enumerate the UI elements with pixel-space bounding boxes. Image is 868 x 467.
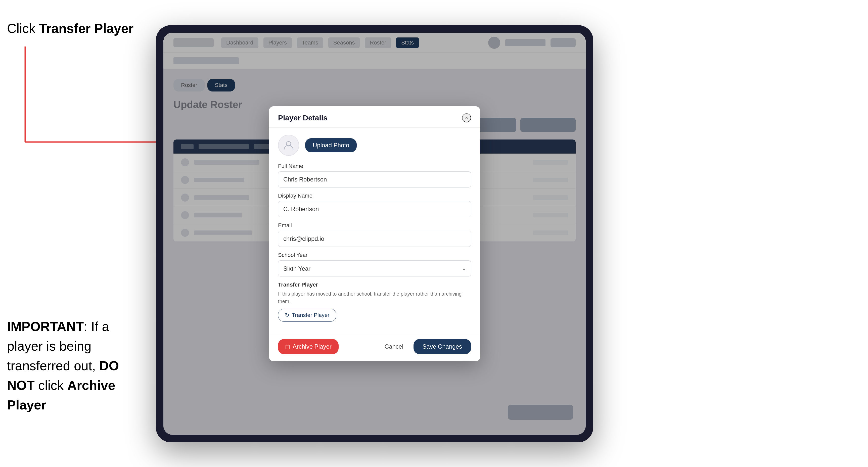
archive-icon: ◻ (285, 343, 290, 350)
upload-area: Upload Photo (278, 135, 471, 156)
avatar-placeholder (278, 135, 299, 156)
modal-header: Player Details × (269, 106, 480, 128)
display-name-input[interactable] (278, 201, 471, 217)
modal-body: Upload Photo Full Name Display Name Emai… (269, 128, 480, 334)
display-name-group: Display Name (278, 192, 471, 217)
email-label: Email (278, 222, 471, 229)
upload-photo-button[interactable]: Upload Photo (305, 138, 357, 152)
modal-close-button[interactable]: × (462, 113, 471, 122)
instruction-top-text: Click (7, 21, 39, 36)
school-year-select[interactable]: First Year Second Year Third Year Fourth… (278, 260, 471, 277)
footer-right: Cancel Save Changes (379, 339, 471, 354)
user-icon (283, 140, 294, 151)
bottom-text2: click (35, 378, 67, 393)
school-year-label: School Year (278, 252, 471, 258)
transfer-btn-label: Transfer Player (292, 312, 330, 318)
cancel-button[interactable]: Cancel (379, 339, 408, 354)
instruction-top: Click Transfer Player (7, 20, 133, 37)
transfer-description: If this player has moved to another scho… (278, 290, 471, 305)
school-year-select-wrapper: First Year Second Year Third Year Fourth… (278, 260, 471, 277)
email-input[interactable] (278, 231, 471, 247)
modal-footer: ◻ Archive Player Cancel Save Changes (269, 334, 480, 361)
arrow-indicator (23, 44, 174, 155)
transfer-icon: ↻ (285, 312, 289, 318)
player-details-modal: Player Details × Upload Photo (269, 106, 480, 361)
instruction-top-bold: Transfer Player (39, 21, 133, 36)
archive-player-button[interactable]: ◻ Archive Player (278, 339, 339, 354)
display-name-label: Display Name (278, 192, 471, 199)
transfer-section-title: Transfer Player (278, 281, 471, 288)
save-changes-button[interactable]: Save Changes (413, 339, 471, 354)
tablet-screen: Dashboard Players Teams Seasons Roster S… (163, 33, 586, 435)
transfer-section: Transfer Player If this player has moved… (278, 281, 471, 322)
tablet-device: Dashboard Players Teams Seasons Roster S… (156, 25, 593, 442)
transfer-player-button[interactable]: ↻ Transfer Player (278, 309, 336, 322)
full-name-label: Full Name (278, 163, 471, 169)
full-name-input[interactable] (278, 172, 471, 187)
modal-title: Player Details (278, 114, 328, 122)
important-label: IMPORTANT (7, 319, 84, 334)
full-name-group: Full Name (278, 163, 471, 187)
school-year-group: School Year First Year Second Year Third… (278, 252, 471, 277)
archive-btn-label: Archive Player (292, 343, 332, 350)
email-group: Email (278, 222, 471, 247)
instruction-bottom: IMPORTANT: If a player is being transfer… (7, 317, 148, 415)
